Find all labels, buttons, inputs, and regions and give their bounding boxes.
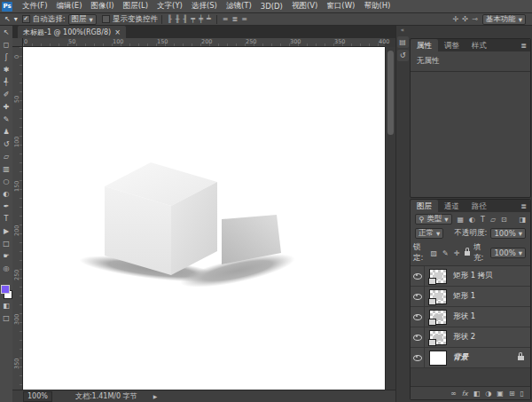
menu-select[interactable]: 选择(S) <box>187 1 222 12</box>
tab-channels[interactable]: 通道 <box>438 200 466 212</box>
menu-type[interactable]: 文字(Y) <box>153 1 187 12</box>
tool-type[interactable]: T <box>0 212 12 225</box>
panel-menu-icon[interactable]: ≣ <box>520 202 527 210</box>
new-layer-icon[interactable]: ⊞ <box>509 390 515 398</box>
tool-brush[interactable]: ✎ <box>0 113 12 125</box>
align-left-edges-icon[interactable]: ╟ <box>166 15 174 23</box>
layer-style-fx-icon[interactable]: fx <box>462 390 468 398</box>
layer-name[interactable]: 背景 <box>453 352 468 363</box>
foreground-color-swatch[interactable] <box>1 285 10 294</box>
delete-layer-icon[interactable]: ▯ <box>520 390 524 398</box>
align-horizontal-centers-icon[interactable]: ╫ <box>174 15 182 23</box>
visibility-toggle[interactable] <box>411 307 425 327</box>
layer-name[interactable]: 矩形 1 <box>453 291 475 302</box>
tool-preset-dropdown-icon[interactable]: ▾ <box>12 15 20 23</box>
tab-layers[interactable]: 图层 <box>411 200 438 212</box>
layer-row-rect1-copy[interactable]: 矩形 1 拷贝 <box>411 266 530 287</box>
expand-panels-button[interactable]: « <box>396 26 409 35</box>
layer-name[interactable]: 矩形 1 拷贝 <box>453 271 493 281</box>
tab-paths[interactable]: 路径 <box>466 200 493 212</box>
tool-move[interactable]: ↖ <box>0 26 12 38</box>
auto-select-target-dropdown[interactable]: 图层 ▾ <box>68 14 97 25</box>
tool-rectangle-shape[interactable]: □ <box>0 237 12 249</box>
canvas[interactable] <box>23 47 385 390</box>
workspace-switcher[interactable]: 基本功能 ▾ <box>482 14 526 25</box>
3d-mode-icon-3[interactable]: ⊸ <box>470 15 480 23</box>
menu-window[interactable]: 窗口(W) <box>322 1 359 12</box>
tab-adjustments[interactable]: 调整 <box>438 39 466 51</box>
distribute-icon-2[interactable]: ≣ <box>231 15 240 23</box>
filter-smart-object-icon[interactable]: ⊡ <box>499 216 509 224</box>
layer-row-rect1[interactable]: 矩形 1 <box>411 287 530 307</box>
align-vertical-centers-icon[interactable]: ╪ <box>197 15 205 23</box>
add-layer-mask-icon[interactable]: ◧ <box>473 390 481 398</box>
status-expand-arrow-icon[interactable]: ▶ <box>153 393 158 399</box>
visibility-toggle[interactable] <box>411 348 425 367</box>
align-top-edges-icon[interactable]: ╤ <box>189 15 197 23</box>
menu-help[interactable]: 帮助(H) <box>359 1 395 12</box>
new-group-icon[interactable]: ▣ <box>497 390 504 398</box>
menu-filter[interactable]: 滤镜(T) <box>222 1 256 12</box>
zoom-level-field[interactable]: 100% <box>23 391 52 402</box>
document-tab[interactable]: 未标题-1 @ 100%(RGB/8) × <box>18 26 126 38</box>
filter-shape-layers-icon[interactable]: ▱ <box>489 216 497 224</box>
lock-position-icon[interactable]: ✛ <box>452 249 462 257</box>
tab-properties[interactable]: 属性 <box>411 39 438 51</box>
tool-pen[interactable]: ✒ <box>0 200 12 212</box>
distribute-icon-1[interactable]: ≡ <box>221 15 231 23</box>
tool-dodge[interactable]: ◐ <box>0 187 12 200</box>
fill-field[interactable]: 100% ▾ <box>490 248 526 258</box>
horizontal-ruler[interactable]: 0 50 100 150 200 250 300 350 400 <box>23 38 385 47</box>
layer-row-shape1[interactable]: 形状 1 <box>411 307 530 327</box>
tool-quick-selection[interactable]: ✱ <box>0 63 12 75</box>
visibility-toggle[interactable] <box>411 266 425 286</box>
tool-blur[interactable]: ○ <box>0 175 12 187</box>
layer-thumbnail[interactable] <box>429 310 447 325</box>
tool-spot-healing-brush[interactable]: ✚ <box>0 100 12 113</box>
layer-row-shape2[interactable]: 形状 2 <box>411 327 530 348</box>
show-transform-checkbox[interactable] <box>102 15 110 23</box>
menu-layer[interactable]: 图层(L) <box>119 1 153 12</box>
layer-thumbnail[interactable] <box>429 330 447 345</box>
tool-gradient[interactable]: ▥ <box>0 162 12 175</box>
vertical-ruler[interactable]: 0 50 100 150 200 250 300 350 <box>12 47 23 390</box>
filter-toggle-icon[interactable]: ◨ <box>517 216 528 224</box>
collapsed-panel-icon-1[interactable]: ▤ <box>397 36 409 48</box>
tool-lasso[interactable]: ʃ <box>0 51 12 63</box>
collapsed-panel-icon-2[interactable]: ↺ <box>397 50 409 61</box>
vertical-scrollbar[interactable] <box>385 47 395 390</box>
panel-menu-icon[interactable]: ≣ <box>520 42 527 50</box>
auto-select-checkbox[interactable]: ✓ <box>22 15 30 23</box>
tool-crop[interactable]: ╃ <box>0 75 12 88</box>
layer-name[interactable]: 形状 1 <box>453 311 475 322</box>
link-layers-icon[interactable]: ∞ <box>450 390 457 398</box>
tool-rectangular-marquee[interactable]: ◻ <box>0 38 12 51</box>
menu-file[interactable]: 文件(F) <box>18 1 52 12</box>
filter-pixel-layers-icon[interactable]: ▦ <box>456 216 466 224</box>
lock-transparent-pixels-icon[interactable]: ▨ <box>428 249 439 257</box>
opacity-field[interactable]: 100% ▾ <box>490 228 526 239</box>
scrollbar-thumb[interactable] <box>387 51 394 135</box>
blend-mode-dropdown[interactable]: 正常 ▾ <box>415 228 443 239</box>
align-right-edges-icon[interactable]: ╢ <box>182 15 190 23</box>
screen-mode-button[interactable]: □ <box>0 311 12 324</box>
layer-thumbnail[interactable] <box>429 289 447 304</box>
layer-row-background[interactable]: 背景 <box>411 348 530 368</box>
menu-view[interactable]: 视图(V) <box>287 1 322 12</box>
visibility-toggle[interactable] <box>411 287 425 306</box>
tool-eraser[interactable]: ▱ <box>0 150 12 162</box>
tool-eyedropper[interactable]: ✐ <box>0 88 12 100</box>
tool-hand[interactable]: ☛ <box>0 249 12 262</box>
lock-all-icon[interactable] <box>465 251 469 256</box>
layer-filter-type-dropdown[interactable]: ⚲ 类型 ▾ <box>415 214 452 225</box>
lock-image-pixels-icon[interactable]: ✎ <box>441 249 450 257</box>
visibility-toggle[interactable] <box>411 327 425 347</box>
close-icon[interactable]: × <box>114 28 121 36</box>
tool-zoom[interactable]: ◎ <box>0 262 12 274</box>
menu-3d[interactable]: 3D(D) <box>256 2 287 11</box>
tool-history-brush[interactable]: ↺ <box>0 138 12 150</box>
new-adjustment-layer-icon[interactable]: ◑ <box>485 390 491 398</box>
quick-mask-button[interactable]: ◧ <box>0 299 12 311</box>
layer-thumbnail[interactable] <box>429 269 447 284</box>
filter-type-layers-icon[interactable]: T <box>479 216 487 224</box>
